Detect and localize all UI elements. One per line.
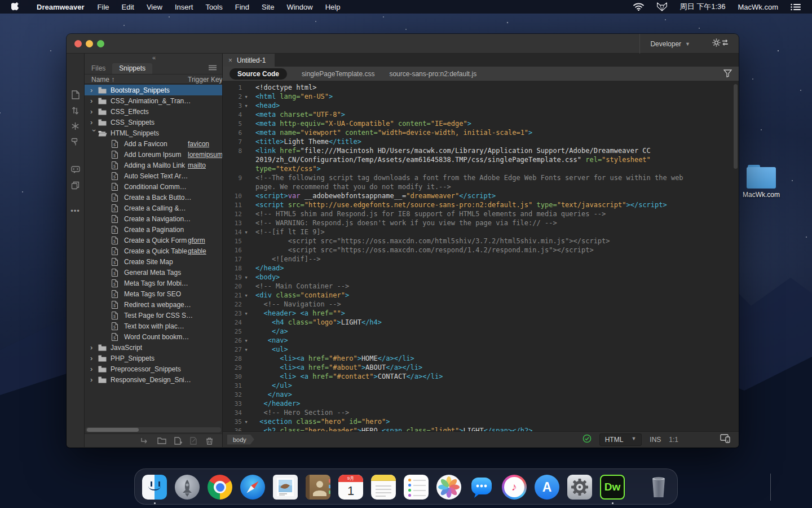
insert-snippet-icon[interactable] — [141, 437, 149, 444]
code-line[interactable]: 34 <!-- Hero Section --> — [223, 409, 739, 418]
menu-view[interactable]: View — [140, 3, 169, 11]
wifi-icon[interactable] — [630, 3, 647, 11]
snippet-row[interactable]: sTest Page for CSS S… — [85, 310, 222, 321]
code-line[interactable]: 20<!-- Main Container --> — [223, 282, 739, 291]
expand-arrow-icon[interactable]: › — [90, 366, 98, 372]
snippet-row[interactable]: sCreate a Quick Tableqtable — [85, 246, 222, 256]
code-line[interactable]: 29 <li><a href="#about">ABOUT</a></li> — [223, 364, 739, 373]
tag-selector-body[interactable]: body — [227, 435, 254, 445]
code-line[interactable]: 19▼<body> — [223, 273, 739, 282]
open-documents-icon[interactable] — [70, 90, 80, 99]
menubar-site-label[interactable]: MacWk.com — [735, 3, 782, 11]
code-line[interactable]: 9<!--The following script tag downloads … — [223, 174, 739, 183]
code-line[interactable]: 31 </ul> — [223, 382, 739, 391]
toolbar-more-icon[interactable]: ••• — [70, 207, 80, 215]
code-line[interactable]: 14▼<!--[if lt IE 9]> — [223, 228, 739, 237]
code-line[interactable]: 10<script>var __adobewebfontsappname__="… — [223, 192, 739, 201]
code-line[interactable]: 1<!doctype html> — [223, 84, 739, 93]
window-titlebar[interactable]: Developer ▼ — [67, 34, 739, 54]
snippet-row[interactable]: sAdd Loreum Ipsumloremipsum — [85, 149, 222, 160]
folder-row[interactable]: ›JavaScript — [85, 342, 222, 353]
dock-reminders[interactable] — [403, 474, 430, 501]
code-vertical-scrollbar-thumb[interactable] — [734, 84, 738, 169]
panel-collapse-button[interactable]: « — [85, 54, 222, 63]
minimize-window-button[interactable] — [86, 40, 93, 47]
folder-row[interactable]: ›PHP_Snippets — [85, 353, 222, 364]
snippet-row[interactable]: sMeta Tags for Mobi… — [85, 278, 222, 288]
code-line[interactable]: 27▼ <ul> — [223, 345, 739, 354]
doc-type-dropdown[interactable]: HTML ▼ — [599, 433, 642, 446]
code-line[interactable]: 28 <li><a href="#hero">HOME</a></li> — [223, 354, 739, 364]
user-switch-list-icon[interactable] — [787, 3, 804, 11]
snippet-row[interactable]: sRedirect a webpage… — [85, 299, 222, 310]
dock-contacts[interactable] — [304, 474, 332, 501]
panel-horizontal-scrollbar[interactable] — [86, 427, 221, 432]
apple-menu[interactable] — [11, 2, 20, 12]
code-line[interactable]: 8<link href="file:///Macintosh HD/Users/… — [223, 147, 739, 156]
code-line[interactable]: 35▼ <section class="hero" id="hero"> — [223, 418, 739, 427]
code-fold-arrow-icon[interactable]: ▼ — [242, 345, 250, 354]
code-line[interactable]: 23▼ <header> <a href=""> — [223, 309, 739, 318]
edit-snippet-icon[interactable] — [190, 437, 198, 445]
snippet-row[interactable]: sCreate a Calling &… — [85, 203, 222, 213]
expand-arrow-icon[interactable]: › — [90, 87, 98, 93]
css-designer-icon[interactable] — [70, 137, 80, 147]
tab-files[interactable]: Files — [85, 63, 112, 74]
panel-menu-icon[interactable] — [209, 64, 217, 72]
menu-site[interactable]: Site — [255, 3, 280, 11]
code-line[interactable]: 32 </nav> — [223, 391, 739, 400]
dock-messages[interactable] — [468, 474, 495, 501]
snippet-row[interactable]: sAdding a Mailto Linkmailto — [85, 160, 222, 170]
scrollbar-thumb[interactable] — [87, 428, 139, 432]
snippet-row[interactable]: sAdd a Faviconfavicon — [85, 138, 222, 149]
snippet-row[interactable]: sCreate Site Map — [85, 256, 222, 267]
expand-arrow-icon[interactable]: › — [90, 377, 98, 383]
code-line[interactable]: 30 <li> <a href="#contact">CONTACT</a></… — [223, 373, 739, 382]
related-file-css[interactable]: singlePageTemplate.css — [302, 70, 374, 78]
folder-row[interactable]: ›Responsive_Design_Sni… — [85, 374, 222, 385]
column-name[interactable]: Name ↑ — [91, 76, 114, 84]
code-line[interactable]: 2019/zh_CN/Configuration/Temp/Assets/eam… — [223, 156, 739, 165]
dock-dreamweaver[interactable]: Dw — [599, 474, 626, 501]
snippet-row[interactable]: sAuto Select Text Ar… — [85, 170, 222, 181]
macwk-fox-icon[interactable] — [653, 2, 671, 11]
code-line[interactable]: 25 </a> — [223, 327, 739, 336]
zoom-window-button[interactable] — [97, 40, 104, 47]
expand-arrow-icon[interactable]: › — [90, 98, 98, 104]
dock-trash[interactable] — [645, 474, 672, 501]
snippet-row[interactable]: sCreate a Quick Formgform — [85, 235, 222, 246]
menu-tools[interactable]: Tools — [199, 3, 228, 11]
dock-photos[interactable] — [435, 474, 462, 501]
folder-row[interactable]: ›CSS_Animation_&_Tran… — [85, 95, 222, 106]
code-fold-arrow-icon[interactable]: ▼ — [242, 309, 250, 318]
code-fold-arrow-icon[interactable]: ▼ — [242, 228, 250, 237]
related-file-js[interactable]: source-sans-pro:n2:default.js — [389, 70, 476, 78]
folder-row[interactable]: ›CSS_Effects — [85, 106, 222, 117]
code-editor[interactable]: 1<!doctype html>2▼<html lang="en-US">3▼<… — [223, 81, 739, 431]
snippet-row[interactable]: sWord Count bookm… — [85, 331, 222, 342]
code-line[interactable]: 12<!-- HTML5 shim and Respond.js for IE8… — [223, 210, 739, 219]
code-line[interactable]: 15 <script src="https://oss.maxcdn.com/h… — [223, 237, 739, 246]
duplicate-icon[interactable] — [70, 181, 80, 190]
code-fold-arrow-icon[interactable]: ▼ — [242, 336, 250, 345]
menu-file[interactable]: File — [91, 3, 116, 11]
code-line[interactable]: page. We recommend that you do not modif… — [223, 183, 739, 192]
file-management-icon[interactable] — [70, 106, 80, 115]
code-comment-icon[interactable] — [70, 165, 80, 174]
expand-arrow-icon[interactable]: › — [90, 356, 98, 361]
document-tab-untitled[interactable]: × Untitled-1 — [223, 54, 275, 67]
code-line[interactable]: 5<meta http-equiv="X-UA-Compatible" cont… — [223, 120, 739, 129]
delete-snippet-trash-icon[interactable] — [206, 437, 213, 445]
code-line[interactable]: 16 <script src="https://oss.maxcdn.com/r… — [223, 246, 739, 255]
snippet-row[interactable]: sGeneral Meta Tags — [85, 267, 222, 278]
menubar-clock[interactable]: 周日 下午1:36 — [677, 2, 729, 12]
dock-calendar[interactable]: 9月 1 — [337, 474, 364, 501]
code-fold-arrow-icon[interactable]: ▼ — [242, 102, 250, 111]
expand-arrow-icon[interactable]: › — [90, 109, 98, 115]
code-line[interactable]: 4<meta charset="UTF-8"> — [223, 111, 739, 120]
code-line[interactable]: type="text/css"> — [223, 165, 739, 174]
column-trigger-key[interactable]: Trigger Key — [188, 76, 222, 84]
expand-arrow-icon[interactable]: › — [90, 120, 98, 125]
new-folder-icon[interactable] — [157, 437, 166, 444]
tab-snippets[interactable]: Snippets — [112, 63, 152, 74]
